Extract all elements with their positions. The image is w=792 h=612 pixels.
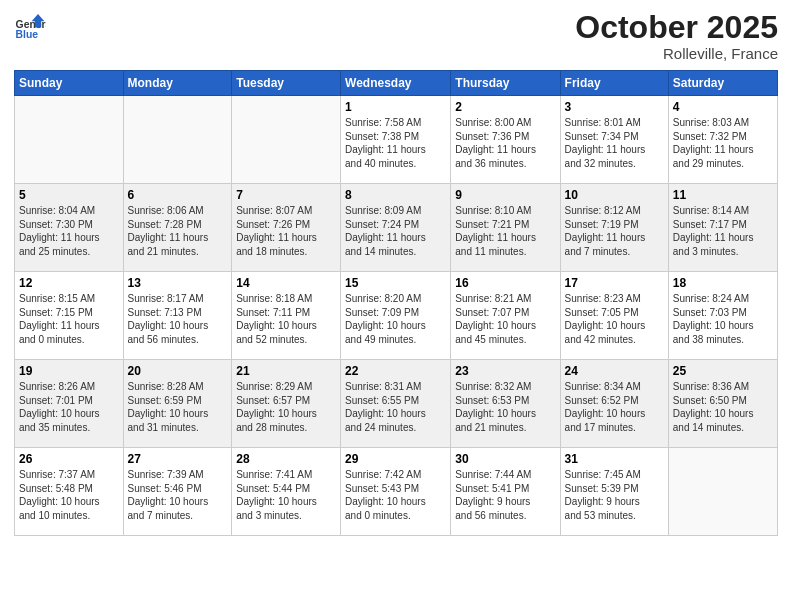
calendar-cell: 9Sunrise: 8:10 AM Sunset: 7:21 PM Daylig… bbox=[451, 184, 560, 272]
day-number: 11 bbox=[673, 188, 773, 202]
col-tuesday: Tuesday bbox=[232, 71, 341, 96]
day-number: 1 bbox=[345, 100, 446, 114]
subtitle: Rolleville, France bbox=[575, 45, 778, 62]
calendar-cell bbox=[15, 96, 124, 184]
calendar-cell: 20Sunrise: 8:28 AM Sunset: 6:59 PM Dayli… bbox=[123, 360, 232, 448]
day-info: Sunrise: 8:01 AM Sunset: 7:34 PM Dayligh… bbox=[565, 116, 664, 170]
logo: General Blue bbox=[14, 10, 50, 42]
day-number: 13 bbox=[128, 276, 228, 290]
calendar-cell: 15Sunrise: 8:20 AM Sunset: 7:09 PM Dayli… bbox=[341, 272, 451, 360]
calendar-cell: 18Sunrise: 8:24 AM Sunset: 7:03 PM Dayli… bbox=[668, 272, 777, 360]
col-wednesday: Wednesday bbox=[341, 71, 451, 96]
day-number: 29 bbox=[345, 452, 446, 466]
col-friday: Friday bbox=[560, 71, 668, 96]
day-number: 31 bbox=[565, 452, 664, 466]
day-number: 25 bbox=[673, 364, 773, 378]
day-info: Sunrise: 8:03 AM Sunset: 7:32 PM Dayligh… bbox=[673, 116, 773, 170]
day-info: Sunrise: 8:31 AM Sunset: 6:55 PM Dayligh… bbox=[345, 380, 446, 434]
day-info: Sunrise: 8:09 AM Sunset: 7:24 PM Dayligh… bbox=[345, 204, 446, 258]
calendar-cell: 14Sunrise: 8:18 AM Sunset: 7:11 PM Dayli… bbox=[232, 272, 341, 360]
day-number: 28 bbox=[236, 452, 336, 466]
day-number: 27 bbox=[128, 452, 228, 466]
day-number: 18 bbox=[673, 276, 773, 290]
calendar-cell bbox=[668, 448, 777, 536]
calendar-cell: 12Sunrise: 8:15 AM Sunset: 7:15 PM Dayli… bbox=[15, 272, 124, 360]
day-number: 21 bbox=[236, 364, 336, 378]
page-container: General Blue October 2025 Rolleville, Fr… bbox=[0, 0, 792, 546]
day-number: 14 bbox=[236, 276, 336, 290]
calendar-cell: 29Sunrise: 7:42 AM Sunset: 5:43 PM Dayli… bbox=[341, 448, 451, 536]
day-info: Sunrise: 8:20 AM Sunset: 7:09 PM Dayligh… bbox=[345, 292, 446, 346]
calendar-cell: 17Sunrise: 8:23 AM Sunset: 7:05 PM Dayli… bbox=[560, 272, 668, 360]
logo-icon: General Blue bbox=[14, 10, 46, 42]
calendar-cell: 22Sunrise: 8:31 AM Sunset: 6:55 PM Dayli… bbox=[341, 360, 451, 448]
day-info: Sunrise: 8:14 AM Sunset: 7:17 PM Dayligh… bbox=[673, 204, 773, 258]
day-number: 20 bbox=[128, 364, 228, 378]
calendar-cell bbox=[232, 96, 341, 184]
svg-text:Blue: Blue bbox=[16, 29, 39, 40]
calendar-cell: 21Sunrise: 8:29 AM Sunset: 6:57 PM Dayli… bbox=[232, 360, 341, 448]
day-number: 3 bbox=[565, 100, 664, 114]
day-number: 7 bbox=[236, 188, 336, 202]
day-number: 2 bbox=[455, 100, 555, 114]
calendar-cell: 25Sunrise: 8:36 AM Sunset: 6:50 PM Dayli… bbox=[668, 360, 777, 448]
calendar: Sunday Monday Tuesday Wednesday Thursday… bbox=[14, 70, 778, 536]
day-number: 19 bbox=[19, 364, 119, 378]
calendar-week-row: 19Sunrise: 8:26 AM Sunset: 7:01 PM Dayli… bbox=[15, 360, 778, 448]
day-info: Sunrise: 7:42 AM Sunset: 5:43 PM Dayligh… bbox=[345, 468, 446, 522]
calendar-cell: 31Sunrise: 7:45 AM Sunset: 5:39 PM Dayli… bbox=[560, 448, 668, 536]
day-info: Sunrise: 8:36 AM Sunset: 6:50 PM Dayligh… bbox=[673, 380, 773, 434]
col-thursday: Thursday bbox=[451, 71, 560, 96]
day-number: 15 bbox=[345, 276, 446, 290]
day-number: 10 bbox=[565, 188, 664, 202]
day-number: 8 bbox=[345, 188, 446, 202]
calendar-cell bbox=[123, 96, 232, 184]
calendar-cell: 16Sunrise: 8:21 AM Sunset: 7:07 PM Dayli… bbox=[451, 272, 560, 360]
calendar-cell: 5Sunrise: 8:04 AM Sunset: 7:30 PM Daylig… bbox=[15, 184, 124, 272]
day-info: Sunrise: 8:28 AM Sunset: 6:59 PM Dayligh… bbox=[128, 380, 228, 434]
calendar-cell: 8Sunrise: 8:09 AM Sunset: 7:24 PM Daylig… bbox=[341, 184, 451, 272]
month-title: October 2025 bbox=[575, 10, 778, 45]
day-number: 4 bbox=[673, 100, 773, 114]
day-number: 23 bbox=[455, 364, 555, 378]
calendar-week-row: 26Sunrise: 7:37 AM Sunset: 5:48 PM Dayli… bbox=[15, 448, 778, 536]
day-number: 5 bbox=[19, 188, 119, 202]
calendar-cell: 24Sunrise: 8:34 AM Sunset: 6:52 PM Dayli… bbox=[560, 360, 668, 448]
day-info: Sunrise: 8:26 AM Sunset: 7:01 PM Dayligh… bbox=[19, 380, 119, 434]
calendar-cell: 13Sunrise: 8:17 AM Sunset: 7:13 PM Dayli… bbox=[123, 272, 232, 360]
calendar-cell: 4Sunrise: 8:03 AM Sunset: 7:32 PM Daylig… bbox=[668, 96, 777, 184]
day-number: 17 bbox=[565, 276, 664, 290]
calendar-week-row: 5Sunrise: 8:04 AM Sunset: 7:30 PM Daylig… bbox=[15, 184, 778, 272]
day-info: Sunrise: 8:32 AM Sunset: 6:53 PM Dayligh… bbox=[455, 380, 555, 434]
calendar-header-row: Sunday Monday Tuesday Wednesday Thursday… bbox=[15, 71, 778, 96]
day-number: 16 bbox=[455, 276, 555, 290]
col-sunday: Sunday bbox=[15, 71, 124, 96]
header: General Blue October 2025 Rolleville, Fr… bbox=[14, 10, 778, 62]
calendar-cell: 3Sunrise: 8:01 AM Sunset: 7:34 PM Daylig… bbox=[560, 96, 668, 184]
day-info: Sunrise: 8:34 AM Sunset: 6:52 PM Dayligh… bbox=[565, 380, 664, 434]
day-number: 30 bbox=[455, 452, 555, 466]
day-info: Sunrise: 8:00 AM Sunset: 7:36 PM Dayligh… bbox=[455, 116, 555, 170]
day-info: Sunrise: 7:39 AM Sunset: 5:46 PM Dayligh… bbox=[128, 468, 228, 522]
day-number: 26 bbox=[19, 452, 119, 466]
day-info: Sunrise: 7:45 AM Sunset: 5:39 PM Dayligh… bbox=[565, 468, 664, 522]
day-info: Sunrise: 7:44 AM Sunset: 5:41 PM Dayligh… bbox=[455, 468, 555, 522]
calendar-cell: 10Sunrise: 8:12 AM Sunset: 7:19 PM Dayli… bbox=[560, 184, 668, 272]
day-number: 6 bbox=[128, 188, 228, 202]
day-info: Sunrise: 8:18 AM Sunset: 7:11 PM Dayligh… bbox=[236, 292, 336, 346]
day-info: Sunrise: 8:21 AM Sunset: 7:07 PM Dayligh… bbox=[455, 292, 555, 346]
day-info: Sunrise: 8:29 AM Sunset: 6:57 PM Dayligh… bbox=[236, 380, 336, 434]
day-info: Sunrise: 8:12 AM Sunset: 7:19 PM Dayligh… bbox=[565, 204, 664, 258]
day-info: Sunrise: 8:24 AM Sunset: 7:03 PM Dayligh… bbox=[673, 292, 773, 346]
calendar-week-row: 12Sunrise: 8:15 AM Sunset: 7:15 PM Dayli… bbox=[15, 272, 778, 360]
day-number: 9 bbox=[455, 188, 555, 202]
day-info: Sunrise: 7:41 AM Sunset: 5:44 PM Dayligh… bbox=[236, 468, 336, 522]
title-block: October 2025 Rolleville, France bbox=[575, 10, 778, 62]
calendar-cell: 26Sunrise: 7:37 AM Sunset: 5:48 PM Dayli… bbox=[15, 448, 124, 536]
calendar-week-row: 1Sunrise: 7:58 AM Sunset: 7:38 PM Daylig… bbox=[15, 96, 778, 184]
calendar-cell: 1Sunrise: 7:58 AM Sunset: 7:38 PM Daylig… bbox=[341, 96, 451, 184]
day-info: Sunrise: 8:04 AM Sunset: 7:30 PM Dayligh… bbox=[19, 204, 119, 258]
day-number: 24 bbox=[565, 364, 664, 378]
day-info: Sunrise: 8:17 AM Sunset: 7:13 PM Dayligh… bbox=[128, 292, 228, 346]
calendar-cell: 28Sunrise: 7:41 AM Sunset: 5:44 PM Dayli… bbox=[232, 448, 341, 536]
